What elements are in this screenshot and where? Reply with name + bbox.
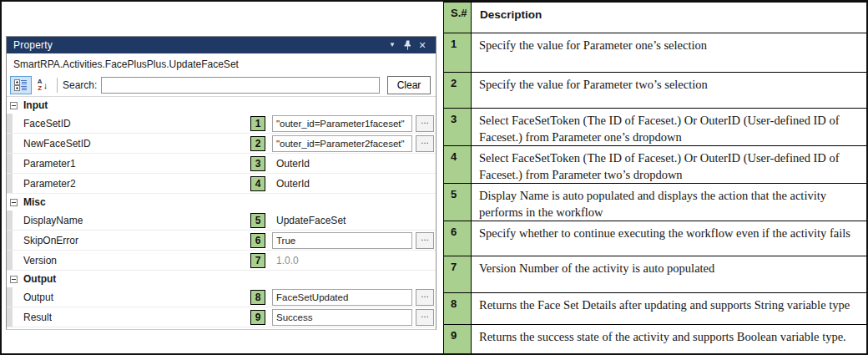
description-cell: Specify whether to continue executing th… <box>472 221 868 256</box>
sn-cell: 1 <box>444 33 472 73</box>
property-name: Result <box>23 312 250 323</box>
ellipsis-button[interactable]: … <box>416 135 434 152</box>
property-row-facesetid[interactable]: FaceSetID 1 "outer_id=Parameter1faceset"… <box>7 114 436 134</box>
sort-az-icon: A Z <box>38 79 43 92</box>
screenshot-frame: Property ▼ ✕ SmartRPA.Activities.FacePlu… <box>0 0 868 355</box>
sn-cell: 2 <box>444 73 472 109</box>
sn-cell: 7 <box>444 256 472 293</box>
step-badge: 7 <box>250 253 265 268</box>
sn-cell: 6 <box>444 221 472 256</box>
property-value-box[interactable]: "outer_id=Parameter1faceset" <box>272 115 412 132</box>
description-cell: Display Name is auto populated and displ… <box>472 184 868 221</box>
property-value-box[interactable]: "outer_id=Parameter2faceset" <box>272 135 412 152</box>
description-table: S.# Description 1 Specify the value for … <box>443 2 868 355</box>
property-toolbar: A Z ↓ Search: Clear <box>7 74 436 97</box>
property-value: 1.0.0 <box>272 255 299 266</box>
categorized-icon <box>14 79 28 91</box>
step-badge: 2 <box>250 136 265 151</box>
sn-cell: 3 <box>444 109 472 146</box>
window-position-menu-icon[interactable]: ▼ <box>385 38 400 52</box>
table-header-row: S.# Description <box>444 3 868 33</box>
step-badge: 8 <box>250 290 265 305</box>
ellipsis-button[interactable]: … <box>416 115 434 132</box>
table-row: 8 Returns the Face Set Details after upd… <box>444 293 868 325</box>
property-name: Output <box>23 292 250 303</box>
sn-cell: 5 <box>444 184 472 221</box>
table-row: 5 Display Name is auto populated and dis… <box>444 184 868 221</box>
property-value-box[interactable]: True <box>272 232 412 249</box>
ellipsis-button[interactable]: … <box>416 289 434 306</box>
step-badge: 4 <box>250 176 265 191</box>
collapse-icon[interactable] <box>10 276 18 283</box>
step-badge: 6 <box>250 233 265 248</box>
property-row-result[interactable]: Result 9 Success … <box>7 307 436 327</box>
property-panel-titlebar: Property ▼ ✕ <box>7 37 436 53</box>
property-value[interactable]: UpdateFaceSet <box>272 215 346 226</box>
category-name: Output <box>23 273 56 285</box>
pin-icon-glyph <box>404 40 411 50</box>
category-name: Input <box>23 99 48 111</box>
close-icon[interactable]: ✕ <box>415 38 430 52</box>
sn-cell: 4 <box>444 146 472 184</box>
sort-arrow-icon: ↓ <box>43 81 48 90</box>
ellipsis-button[interactable]: … <box>416 232 434 249</box>
property-name: Version <box>23 255 250 266</box>
category-row-input[interactable]: Input <box>7 97 436 114</box>
property-value-box[interactable]: Success <box>272 309 412 326</box>
category-name: Misc <box>23 196 46 208</box>
property-row-displayname[interactable]: DisplayName 5 UpdateFaceSet <box>7 210 436 231</box>
property-name: Parameter2 <box>23 178 250 190</box>
property-name: NewFaceSetID <box>23 138 250 150</box>
table-row: 3 Select FaceSetToken (The ID of Faceset… <box>444 109 868 146</box>
description-cell: Version Number of the activity is auto p… <box>472 256 868 293</box>
property-value[interactable]: OuterId <box>272 158 310 170</box>
categorized-view-button[interactable] <box>10 76 32 94</box>
clear-button[interactable]: Clear <box>387 76 431 94</box>
step-badge: 9 <box>250 310 265 325</box>
property-panel: Property ▼ ✕ SmartRPA.Activities.FacePlu… <box>6 36 437 330</box>
table-row: 2 Specify the value for Parameter two’s … <box>444 73 868 109</box>
description-cell: Returns the Face Set Details after updat… <box>472 293 868 325</box>
table-row: 4 Select FaceSetToken (The ID of Faceset… <box>444 146 868 184</box>
toolbar-separator <box>57 78 58 93</box>
description-cell: Returns the success state of the activit… <box>472 325 868 355</box>
table-row: 6 Specify whether to continue executing … <box>444 221 868 256</box>
header-description: Description <box>472 3 868 33</box>
step-badge: 5 <box>250 213 265 228</box>
category-row-output[interactable]: Output <box>7 271 436 287</box>
category-row-misc[interactable]: Misc <box>7 194 436 210</box>
property-name: Parameter1 <box>23 158 250 170</box>
panel-title: Property <box>13 39 385 51</box>
property-row-skiponerror[interactable]: SkipOnError 6 True … <box>7 231 436 251</box>
description-cell: Specify the value for Parameter two’s se… <box>472 73 868 109</box>
property-row-newfacesetid[interactable]: NewFaceSetID 2 "outer_id=Parameter2faces… <box>7 134 436 154</box>
property-value[interactable]: OuterId <box>272 178 310 190</box>
collapse-icon[interactable] <box>10 199 18 206</box>
property-row-version[interactable]: Version 7 1.0.0 <box>7 251 436 271</box>
property-grid: Input FaceSetID 1 "outer_id=Parameter1fa… <box>7 97 436 327</box>
description-cell: Select FaceSetToken (The ID of Faceset.)… <box>472 146 868 184</box>
description-cell: Specify the value for Parameter one’s se… <box>472 33 868 73</box>
search-label: Search: <box>63 79 97 91</box>
activity-type-name: SmartRPA.Activities.FacePlusPlus.UpdateF… <box>7 53 436 74</box>
table-row: 7 Version Number of the activity is auto… <box>444 256 868 293</box>
step-badge: 1 <box>250 116 265 131</box>
property-name: DisplayName <box>23 215 250 226</box>
table-row: 9 Returns the success state of the activ… <box>444 325 868 355</box>
pin-icon[interactable] <box>400 38 415 52</box>
property-row-output[interactable]: Output 8 FaceSetUpdated … <box>7 287 436 307</box>
sn-cell: 9 <box>444 325 472 355</box>
property-row-parameter1[interactable]: Parameter1 3 OuterId <box>7 154 436 174</box>
table-row: 1 Specify the value for Parameter one’s … <box>444 33 868 73</box>
property-value-box[interactable]: FaceSetUpdated <box>272 289 412 306</box>
header-sn: S.# <box>444 3 472 33</box>
description-cell: Select FaceSetToken (The ID of Faceset.)… <box>472 109 868 146</box>
search-input[interactable] <box>101 77 380 94</box>
step-badge: 3 <box>250 156 265 171</box>
property-name: FaceSetID <box>23 118 250 129</box>
property-row-parameter2[interactable]: Parameter2 4 OuterId <box>7 174 436 194</box>
ellipsis-button[interactable]: … <box>416 309 434 326</box>
collapse-icon[interactable] <box>10 102 18 109</box>
sort-alphabetical-button[interactable]: A Z ↓ <box>32 76 53 94</box>
sn-cell: 8 <box>444 293 472 325</box>
